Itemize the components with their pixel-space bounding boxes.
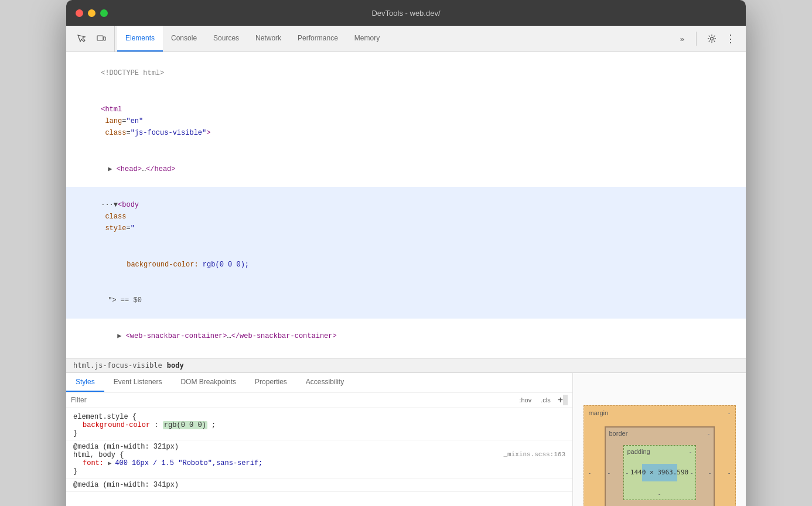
padding-dash: - xyxy=(690,448,692,455)
breadcrumb-html[interactable]: html.js-focus-visible xyxy=(73,361,162,370)
border-left: - xyxy=(608,469,610,476)
dom-line-snackbar[interactable]: ▶ <web-snackbar-container>…</web-snackba… xyxy=(66,319,746,354)
cls-filter-button[interactable]: .cls xyxy=(538,395,553,405)
filter-input[interactable] xyxy=(71,396,512,404)
dom-line-body-end: "> == $0 xyxy=(66,282,746,318)
tab-performance[interactable]: Performance xyxy=(289,26,346,52)
margin-left: - xyxy=(589,469,591,476)
padding-label: padding xyxy=(627,448,650,455)
content-box: 1440 × 3963.590 xyxy=(642,464,677,481)
sub-tab-styles[interactable]: Styles xyxy=(66,373,104,392)
device-toolbar-icon[interactable] xyxy=(93,30,110,47)
tab-memory[interactable]: Memory xyxy=(346,26,388,52)
close-button[interactable] xyxy=(76,9,83,17)
dom-line-bgcolor: background-color: rgb(0 0 0); xyxy=(66,247,746,282)
filter-bar: :hov .cls + xyxy=(66,392,572,408)
settings-icon[interactable] xyxy=(704,30,720,47)
padding-bottom: - xyxy=(659,490,661,497)
breadcrumb-body[interactable]: body xyxy=(167,361,184,370)
dom-line-html[interactable]: <html lang="en" class="js-focus-visible"… xyxy=(66,91,746,151)
maximize-button[interactable] xyxy=(100,9,108,17)
tab-elements[interactable]: Elements xyxy=(117,26,163,52)
add-style-rule-button[interactable]: + xyxy=(558,395,563,405)
tab-bar-right: » ⋮ xyxy=(675,26,743,52)
dom-line-doctype: <!DOCTYPE html> xyxy=(66,56,746,91)
tab-network[interactable]: Network xyxy=(247,26,289,52)
margin-label: margin xyxy=(589,409,609,416)
css-rule-media: @media (min-width: 321px) html, body { _… xyxy=(66,440,572,478)
tab-console[interactable]: Console xyxy=(163,26,205,52)
more-options-icon[interactable]: ⋮ xyxy=(722,30,739,47)
css-rule-element-style: element.style { background-color : rgb(0… xyxy=(66,411,572,440)
main-tab-bar: Elements Console Sources Network Perform… xyxy=(66,26,746,52)
title-bar: DevTools - web.dev/ xyxy=(66,0,746,26)
sub-tab-properties[interactable]: Properties xyxy=(245,373,296,392)
sub-tab-event-listeners[interactable]: Event Listeners xyxy=(104,373,172,392)
css-property-bgcolor: background-color : rgb(0 0 0) ; xyxy=(73,421,565,429)
border-dash: - xyxy=(708,430,710,437)
padding-left: - xyxy=(626,469,629,476)
css-rule-html-body: html, body { _mixins.scss:163 xyxy=(73,451,565,459)
svg-rect-0 xyxy=(97,36,103,40)
styles-left-panel: Styles Event Listeners DOM Breakpoints P… xyxy=(66,373,573,506)
css-property-font: font: ▶ 400 16px / 1.5 "Roboto",sans-ser… xyxy=(73,459,565,467)
css-at-rule: @media (min-width: 321px) xyxy=(73,443,565,451)
css-rule-media-close: } xyxy=(73,467,565,476)
more-tabs-button[interactable]: » xyxy=(675,32,689,46)
svg-point-2 xyxy=(711,37,714,40)
styles-panel: Styles Event Listeners DOM Breakpoints P… xyxy=(66,373,746,506)
sub-tab-bar: Styles Event Listeners DOM Breakpoints P… xyxy=(66,373,572,392)
minimize-button[interactable] xyxy=(88,9,95,17)
toolbar-icons xyxy=(69,26,115,52)
filter-buttons: :hov .cls + xyxy=(517,395,563,405)
hov-filter-button[interactable]: :hov xyxy=(517,395,534,405)
dom-line-body[interactable]: ···▼<body class style=" xyxy=(66,187,746,247)
css-rule-selector: element.style { xyxy=(73,413,565,421)
filter-scrollbar[interactable] xyxy=(563,395,568,405)
dom-line-head[interactable]: ▶ <head>…</head> xyxy=(66,151,746,187)
box-model-diagram: margin - - - - border - - - - pad xyxy=(584,405,736,506)
border-right: - xyxy=(709,469,711,476)
content-size: 1440 × 3963.590 xyxy=(630,469,688,476)
separator xyxy=(696,32,697,46)
css-rule-partial: @media (min-width: 341px) xyxy=(66,478,572,492)
border-label: border xyxy=(609,430,628,437)
window-title: DevTools - web.dev/ xyxy=(371,9,440,18)
padding-right: - xyxy=(691,469,693,476)
css-rule-close: } xyxy=(73,429,565,437)
css-rules-list: element.style { background-color : rgb(0… xyxy=(66,408,572,494)
sub-tab-accessibility[interactable]: Accessibility xyxy=(296,373,353,392)
traffic-lights xyxy=(76,9,108,17)
box-model-panel: margin - - - - border - - - - pad xyxy=(573,373,746,506)
breadcrumb: html.js-focus-visible body xyxy=(66,358,746,373)
margin-right: - xyxy=(728,469,731,476)
tab-sources[interactable]: Sources xyxy=(205,26,247,52)
svg-rect-1 xyxy=(104,37,105,40)
margin-dash: - xyxy=(728,409,731,416)
devtools-window: DevTools - web.dev/ Elements Console So xyxy=(66,0,746,506)
element-picker-icon[interactable] xyxy=(73,30,90,47)
sub-tab-dom-breakpoints[interactable]: DOM Breakpoints xyxy=(171,373,245,392)
dom-tree: <!DOCTYPE html> <html lang="en" class="j… xyxy=(66,52,746,358)
